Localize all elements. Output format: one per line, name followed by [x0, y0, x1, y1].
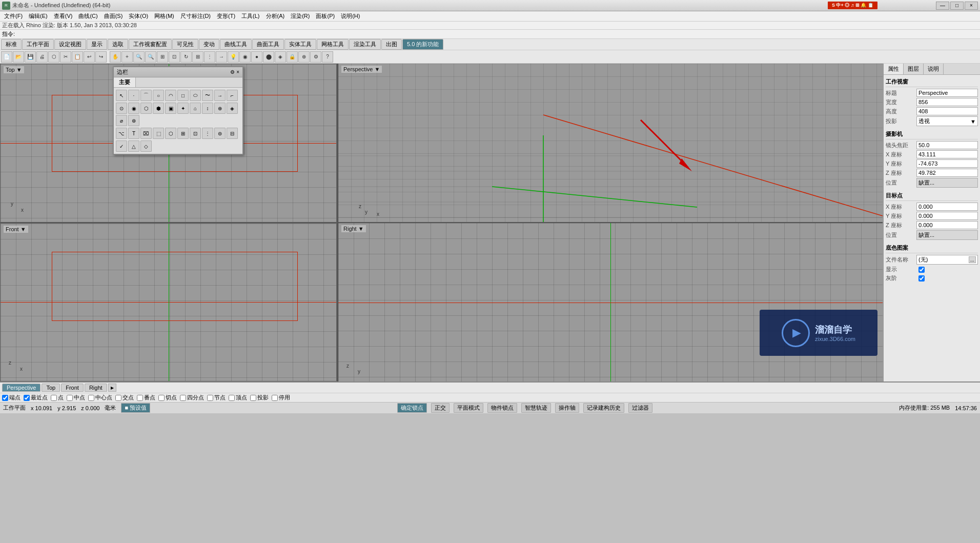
menu-panel[interactable]: 面板(P): [313, 11, 338, 21]
menu-tools[interactable]: 工具(L): [238, 11, 262, 21]
snap-tan[interactable]: 切点: [158, 394, 177, 401]
bp-tool-s11[interactable]: ⌀: [116, 115, 127, 126]
bp-tool-e6[interactable]: ⊞: [177, 128, 189, 139]
snap-mid-cb[interactable]: [67, 395, 73, 401]
status-ortho[interactable]: 正交: [431, 403, 450, 413]
perspective-viewport-label[interactable]: Perspective ▼: [341, 66, 382, 73]
tab-curve-tools[interactable]: 曲线工具: [220, 39, 252, 50]
snap-point[interactable]: 点: [51, 394, 64, 401]
bg-show-checkbox[interactable]: [918, 267, 925, 273]
snap-vertex-cb[interactable]: [229, 395, 235, 401]
snap-center[interactable]: 中心点: [88, 394, 112, 401]
tb-light[interactable]: 💡: [228, 51, 239, 63]
menu-solid[interactable]: 实体(O): [126, 11, 151, 21]
bp-tool-rect[interactable]: □: [177, 90, 189, 101]
bp-tool-s12[interactable]: ⊛: [128, 115, 139, 126]
bp-tool-circle[interactable]: ○: [153, 90, 164, 101]
status-smart-track[interactable]: 智慧轨迹: [521, 403, 551, 413]
snap-intersect-cb[interactable]: [115, 395, 121, 401]
tb-search1[interactable]: 🔍: [133, 51, 145, 63]
bp-tool-line[interactable]: →: [214, 90, 226, 101]
snap-nearest-cb[interactable]: [24, 395, 30, 401]
snap-disable[interactable]: 停用: [272, 394, 290, 401]
bp-tool-m2[interactable]: △: [128, 140, 139, 152]
tb-mat[interactable]: ◈: [275, 51, 286, 63]
snap-tan-cb[interactable]: [158, 395, 165, 401]
menu-curve[interactable]: 曲线(C): [75, 11, 100, 21]
bp-tool-s5[interactable]: ▣: [165, 103, 176, 114]
vt-right[interactable]: Right: [85, 384, 107, 392]
snap-knot[interactable]: 节点: [207, 394, 226, 401]
snap-quad[interactable]: 四分点: [180, 394, 204, 401]
maximize-button[interactable]: □: [950, 2, 964, 10]
bp-tool-curve[interactable]: 〜: [202, 90, 213, 101]
snap-proj[interactable]: 投影: [250, 394, 269, 401]
bp-tool-e2[interactable]: T: [128, 128, 139, 139]
tb-redo[interactable]: ↪: [95, 51, 107, 63]
bptab-main[interactable]: 主要: [114, 77, 136, 87]
snap-point-cb[interactable]: [51, 395, 57, 401]
bg-file-browse-button[interactable]: ...: [969, 256, 976, 263]
tb-rotate[interactable]: ↻: [180, 51, 192, 63]
tab-mesh-tools[interactable]: 网格工具: [317, 39, 349, 50]
bp-tool-s10[interactable]: ◈: [227, 103, 238, 114]
snap-disable-cb[interactable]: [272, 395, 278, 401]
bp-tool-s6[interactable]: ✦: [177, 103, 189, 114]
bp-tool-s8[interactable]: ↕: [202, 103, 213, 114]
snap-mid[interactable]: 中点: [67, 394, 85, 401]
tb-shade2[interactable]: ●: [251, 51, 262, 63]
bp-tool-e10[interactable]: ⊟: [227, 128, 238, 139]
tb-plus[interactable]: +: [121, 51, 133, 63]
tb-grid[interactable]: ⊞: [192, 51, 203, 63]
tb-cut[interactable]: ✂: [60, 51, 71, 63]
menu-view[interactable]: 查看(V): [51, 11, 76, 21]
border-settings-icon[interactable]: ⚙: [230, 69, 235, 75]
bp-tool-spline[interactable]: ⌐: [227, 90, 238, 101]
bp-tool-s7[interactable]: ⌂: [190, 103, 201, 114]
snap-endpoint[interactable]: 端点: [2, 394, 21, 401]
close-button[interactable]: ×: [965, 2, 978, 10]
front-viewport[interactable]: Front ▼ z x: [0, 223, 337, 382]
bp-tool-select[interactable]: ↖: [116, 90, 127, 101]
menu-dim[interactable]: 尺寸标注(D): [177, 11, 214, 21]
prop-value-proj[interactable]: 透视▼: [916, 116, 978, 126]
right-viewport[interactable]: Right ▼ z y: [338, 223, 883, 381]
status-plane-mode[interactable]: 平面模式: [454, 403, 483, 413]
tb-save[interactable]: 💾: [25, 51, 36, 63]
bp-tool-s3[interactable]: ⬡: [140, 103, 152, 114]
tb-lock[interactable]: 🔒: [287, 51, 298, 63]
snap-nearest[interactable]: 最近点: [24, 394, 48, 401]
status-osnap[interactable]: 物件锁点: [487, 403, 517, 413]
menu-analysis[interactable]: 分析(A): [263, 11, 288, 21]
vt-top[interactable]: Top: [42, 384, 60, 392]
snap-vertex[interactable]: 顶点: [229, 394, 247, 401]
tb-new[interactable]: 📄: [1, 51, 12, 63]
tab-standard[interactable]: 标准: [1, 39, 22, 50]
tb-pan[interactable]: ✋: [110, 51, 121, 63]
tb-shade3[interactable]: ⬤: [263, 51, 274, 63]
ptab-desc[interactable]: 说明: [924, 64, 944, 74]
snap-intersect[interactable]: 交点: [115, 394, 134, 401]
bp-tool-polyline[interactable]: ⌒: [140, 90, 152, 101]
border-close-icon[interactable]: ×: [236, 69, 239, 75]
front-viewport-label[interactable]: Front ▼: [4, 226, 28, 233]
snap-knot-cb[interactable]: [207, 395, 213, 401]
snap-perp-cb[interactable]: [137, 395, 143, 401]
bp-tool-e7[interactable]: ⊡: [190, 128, 201, 139]
prop-value-tpos[interactable]: 缺置...: [916, 230, 978, 240]
tb-open[interactable]: 📂: [13, 51, 24, 63]
window-controls[interactable]: — □ ×: [936, 2, 978, 10]
snap-endpoint-cb[interactable]: [2, 395, 8, 401]
vt-arrow[interactable]: ▶: [108, 384, 116, 392]
tb-snap[interactable]: ⊕: [298, 51, 310, 63]
tab-workplane[interactable]: 工作平面: [22, 39, 54, 50]
snap-quad-cb[interactable]: [180, 395, 186, 401]
prop-value-cpos[interactable]: 缺置...: [916, 178, 978, 188]
tab-solid-tools[interactable]: 实体工具: [284, 39, 316, 50]
tab-visible[interactable]: 可见性: [172, 39, 198, 50]
bp-tool-e3[interactable]: ⌧: [140, 128, 152, 139]
menu-file[interactable]: 文件(F): [1, 11, 26, 21]
snap-proj-cb[interactable]: [250, 395, 256, 401]
status-default[interactable]: ■ 预设值: [121, 403, 150, 413]
status-snaplock[interactable]: 确定锁点: [397, 403, 427, 413]
